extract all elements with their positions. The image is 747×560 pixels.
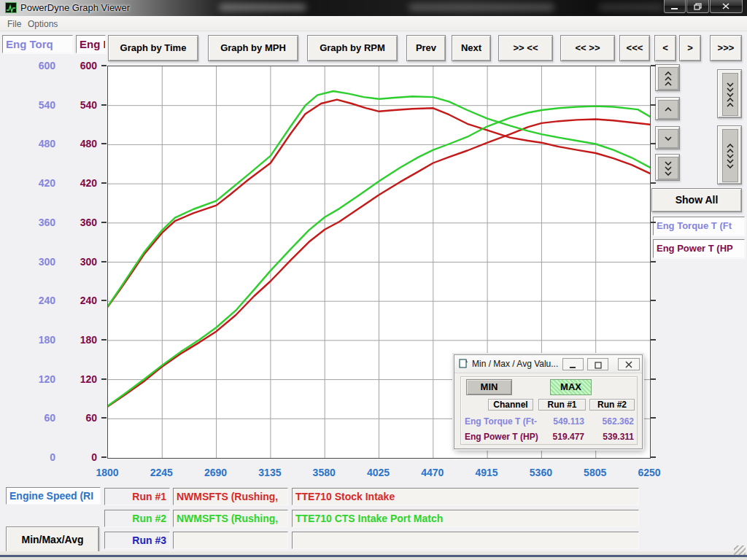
graph-by-rpm-button[interactable]: Graph by RPM (307, 35, 398, 61)
aero-glass-blur (219, 4, 306, 11)
run3-comment-field[interactable] (292, 532, 639, 549)
x-axis-tick-label: 5805 (568, 466, 622, 479)
minimize-button[interactable] (664, 0, 686, 13)
power-axis-tick-label: 60 (0, 411, 97, 424)
power-axis-header[interactable]: Eng Powe (76, 35, 106, 53)
y-axis-tick (651, 65, 656, 66)
run3-operator-field[interactable] (173, 532, 288, 549)
resize-grip[interactable] (734, 545, 746, 555)
run2-label-field[interactable]: Run #2 (104, 510, 170, 527)
scale-up-button[interactable] (655, 97, 680, 120)
x-axis-tick-label: 1800 (80, 466, 134, 479)
run2-column-header: Run #2 (589, 399, 635, 411)
scale-down-fast-button[interactable] (655, 154, 680, 181)
minmax-row-channel: Eng Power T (HP) (465, 432, 538, 442)
power-axis-tick-label: 420 (0, 176, 97, 190)
graph-by-time-button[interactable]: Graph by Time (108, 35, 198, 61)
run1-comment-field[interactable]: TTE710 Stock Intake (292, 488, 639, 505)
minmax-minimize-button[interactable] (562, 358, 584, 370)
zoom-in-x-button[interactable]: >> << (498, 35, 553, 61)
minmax-row-run2-value: 539.311 (590, 432, 634, 442)
y-axis-tick (651, 300, 656, 301)
y-axis-tick (101, 182, 107, 184)
run1-label-field[interactable]: Run #1 (104, 488, 170, 505)
minmaxavg-button[interactable]: Min/Max/Avg (6, 526, 99, 553)
prev-button[interactable]: Prev (406, 35, 446, 61)
power-axis-tick-label: 0 (0, 451, 97, 464)
y-axis-tick (101, 222, 107, 223)
chevron-up-icon (658, 100, 678, 119)
powerdyne-window: PowerDyne Graph Viewer File Options Eng … (0, 0, 747, 560)
x-axis-tick-label: 3580 (297, 466, 351, 479)
power-axis-tick-label: 600 (0, 59, 97, 72)
y-axis-tick (651, 378, 656, 380)
power-channel-field[interactable]: Eng Power T (HP (653, 239, 745, 258)
aero-glass-blur (598, 4, 664, 11)
max-button[interactable]: MAX (550, 379, 592, 395)
power-axis-tick-label: 120 (0, 373, 97, 386)
menu-bar: File Options (0, 16, 747, 31)
minmax-restore-button[interactable] (587, 358, 608, 370)
next-button[interactable]: Next (452, 35, 491, 61)
y-axis-tick (101, 456, 107, 458)
y-axis-tick (651, 222, 656, 223)
run1-column-header: Run #1 (538, 399, 586, 411)
y-axis-tick (101, 300, 107, 301)
scale-up-fast-button[interactable] (655, 64, 680, 91)
y-axis-tick (101, 143, 107, 144)
scroll-left-button[interactable]: < (654, 35, 676, 61)
expand-scale-button[interactable] (717, 125, 742, 184)
y-axis-tick (651, 182, 656, 184)
power-axis-tick-label: 180 (0, 333, 97, 346)
x-axis-tick-label: 2690 (189, 466, 243, 479)
y-axis-tick (651, 456, 656, 458)
x-axis-tick-label: 4470 (406, 466, 460, 479)
x-axis-tick-label: 4915 (460, 466, 514, 479)
zoom-out-x-button[interactable]: << >> (560, 35, 615, 61)
minmax-row-run1-value: 549.113 (541, 416, 584, 427)
scroll-right-button[interactable]: > (679, 35, 701, 61)
x-axis-tick-label: 2245 (134, 466, 188, 479)
minmax-row-run1-value: 519.477 (541, 432, 584, 442)
x-axis-tick-label: 3135 (243, 466, 297, 479)
scroll-far-left-button[interactable]: <<< (619, 35, 650, 61)
minmax-row-channel: Eng Torque T (Ft- (465, 416, 537, 427)
y-axis-tick (651, 417, 656, 419)
power-axis-tick-label: 540 (0, 98, 97, 112)
channel-column-header: Channel (488, 399, 533, 411)
minmax-window-icon (459, 359, 468, 368)
y-axis-tick (651, 104, 656, 106)
menu-file[interactable]: File (3, 18, 26, 31)
window-title: PowerDyne Graph Viewer (20, 2, 130, 13)
minmax-close-icon[interactable] (618, 358, 640, 370)
graph-by-mph-button[interactable]: Graph by MPH (208, 35, 298, 61)
show-all-button[interactable]: Show All (651, 188, 742, 212)
scroll-far-right-button[interactable]: >>> (710, 35, 742, 61)
app-icon (5, 2, 17, 13)
chevrons-compress-icon (722, 73, 738, 116)
triple-chevron-up-icon (658, 67, 678, 90)
title-bar[interactable]: PowerDyne Graph Viewer (0, 0, 747, 16)
close-icon[interactable] (710, 0, 743, 13)
minmax-title-bar[interactable]: Min / Max / Avg Valu... (454, 355, 642, 373)
torque-axis-header[interactable]: Eng Torq (2, 35, 73, 53)
torque-channel-field[interactable]: Eng Torque T (Ft (653, 217, 745, 236)
run2-comment-field[interactable]: TTE710 CTS Intake Port Match (292, 510, 639, 527)
run3-label-field[interactable]: Run #3 (104, 532, 170, 549)
minmax-window: Min / Max / Avg Valu... MIN MAX Channel … (454, 354, 643, 449)
run2-operator-field[interactable]: NWMSFTS (Rushing, (173, 510, 288, 527)
min-button[interactable]: MIN (466, 379, 512, 395)
window-edge-line (0, 555, 747, 557)
restore-button[interactable] (686, 0, 709, 13)
y-axis-tick (101, 417, 107, 419)
menu-options[interactable]: Options (23, 18, 62, 31)
aero-glass-blur (409, 4, 554, 11)
power-axis-tick-label: 240 (0, 294, 97, 307)
y-axis-tick (101, 104, 107, 106)
x-axis-channel-field[interactable]: Engine Speed (RI (6, 487, 101, 505)
scale-down-button[interactable] (655, 126, 680, 149)
run1-operator-field[interactable]: NWMSFTS (Rushing, (173, 488, 288, 505)
power-axis-tick-label: 300 (0, 255, 97, 268)
y-axis-tick (101, 339, 107, 341)
compress-scale-button[interactable] (717, 69, 742, 118)
